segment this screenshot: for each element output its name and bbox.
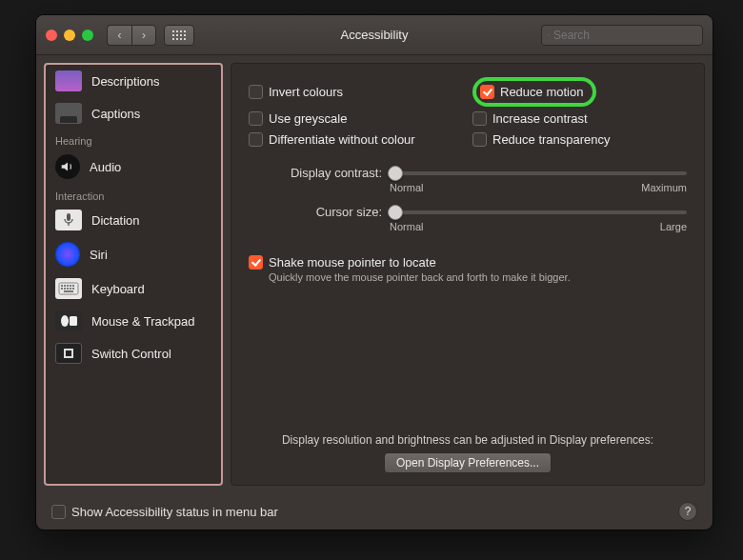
slider-max-label: Large bbox=[660, 221, 687, 232]
slider-thumb[interactable] bbox=[388, 205, 403, 220]
checkbox-icon bbox=[249, 132, 263, 147]
svg-rect-15 bbox=[64, 290, 73, 292]
svg-rect-14 bbox=[72, 288, 74, 290]
slider-max-label: Maximum bbox=[641, 182, 687, 193]
sidebar-item-label: Audio bbox=[90, 160, 121, 174]
search-icon bbox=[548, 30, 550, 41]
sidebar-item-captions[interactable]: Captions bbox=[46, 97, 221, 130]
display-contrast-label: Display contrast: bbox=[249, 166, 382, 180]
window-controls bbox=[46, 30, 93, 41]
descriptions-icon bbox=[55, 70, 82, 91]
svg-line-1 bbox=[549, 35, 550, 36]
sidebar-item-switch-control[interactable]: Switch Control bbox=[46, 337, 221, 370]
checkbox-label: Show Accessibility status in menu bar bbox=[71, 505, 278, 519]
shake-to-locate-checkbox[interactable]: Shake mouse pointer to locate bbox=[249, 255, 687, 270]
category-header-hearing: Hearing bbox=[46, 130, 221, 149]
svg-rect-6 bbox=[64, 285, 66, 287]
slider-thumb[interactable] bbox=[388, 166, 403, 181]
svg-rect-11 bbox=[64, 288, 66, 290]
dictation-icon bbox=[55, 210, 82, 230]
svg-rect-12 bbox=[67, 288, 69, 290]
reduce-motion-checkbox[interactable]: Reduce motion bbox=[480, 85, 583, 99]
display-prefs-note: Display resolution and brightness can be… bbox=[249, 433, 687, 447]
category-sidebar[interactable]: Descriptions Captions Hearing Audio Inte… bbox=[44, 63, 223, 486]
sidebar-item-siri[interactable]: Siri bbox=[46, 236, 221, 272]
switch-control-icon bbox=[55, 343, 82, 364]
shake-to-locate-hint: Quickly move the mouse pointer back and … bbox=[249, 271, 687, 283]
sidebar-item-label: Mouse & Trackpad bbox=[91, 314, 194, 329]
nav-buttons: ‹ › bbox=[107, 25, 156, 46]
svg-point-16 bbox=[61, 315, 69, 327]
sidebar-item-descriptions[interactable]: Descriptions bbox=[46, 65, 221, 97]
svg-rect-5 bbox=[61, 285, 63, 287]
help-button[interactable]: ? bbox=[678, 502, 697, 521]
sidebar-item-keyboard[interactable]: Keyboard bbox=[46, 272, 221, 305]
open-display-preferences-button[interactable]: Open Display Preferences... bbox=[384, 452, 552, 473]
svg-rect-17 bbox=[70, 316, 77, 326]
siri-icon bbox=[55, 242, 80, 267]
checkbox-icon bbox=[249, 255, 263, 270]
checkbox-icon bbox=[472, 132, 487, 147]
checkbox-label: Invert colours bbox=[269, 85, 343, 99]
checkbox-label: Shake mouse pointer to locate bbox=[269, 255, 436, 270]
back-button[interactable]: ‹ bbox=[107, 25, 131, 46]
checkbox-label: Reduce transparency bbox=[492, 132, 611, 147]
sidebar-item-label: Captions bbox=[91, 107, 140, 121]
sidebar-item-label: Keyboard bbox=[91, 282, 145, 296]
accessibility-preferences-window: ‹ › Accessibility Descriptions Captions bbox=[36, 15, 713, 530]
checkbox-label: Reduce motion bbox=[500, 85, 583, 99]
footer: Show Accessibility status in menu bar ? bbox=[36, 493, 713, 530]
cursor-size-label: Cursor size: bbox=[249, 205, 382, 219]
svg-rect-10 bbox=[61, 288, 63, 290]
reduce-motion-highlight: Reduce motion bbox=[472, 77, 596, 107]
checkbox-icon bbox=[249, 111, 263, 126]
cursor-size-slider[interactable] bbox=[390, 210, 687, 214]
mouse-trackpad-icon bbox=[55, 310, 82, 331]
sidebar-item-label: Dictation bbox=[91, 213, 140, 228]
minimize-icon[interactable] bbox=[64, 30, 75, 41]
main-panel: Invert colours Reduce motion Use greysca… bbox=[231, 63, 705, 486]
slider-min-label: Normal bbox=[390, 221, 423, 232]
show-status-in-menubar-checkbox[interactable]: Show Accessibility status in menu bar bbox=[51, 505, 278, 519]
grid-icon bbox=[172, 30, 186, 40]
forward-button[interactable]: › bbox=[131, 25, 156, 46]
slider-min-label: Normal bbox=[390, 182, 423, 193]
svg-rect-9 bbox=[72, 285, 74, 287]
invert-colours-checkbox[interactable]: Invert colours bbox=[249, 79, 463, 105]
sidebar-item-mouse-trackpad[interactable]: Mouse & Trackpad bbox=[46, 305, 221, 337]
differentiate-without-colour-checkbox[interactable]: Differentiate without colour bbox=[249, 132, 463, 147]
sidebar-item-label: Switch Control bbox=[91, 347, 171, 361]
svg-rect-13 bbox=[70, 288, 71, 290]
titlebar: ‹ › Accessibility bbox=[36, 15, 713, 55]
checkbox-label: Increase contrast bbox=[492, 111, 588, 126]
checkbox-label: Differentiate without colour bbox=[269, 132, 415, 147]
increase-contrast-checkbox[interactable]: Increase contrast bbox=[472, 111, 687, 126]
svg-rect-2 bbox=[67, 213, 70, 221]
checkbox-icon bbox=[472, 111, 487, 126]
sidebar-item-dictation[interactable]: Dictation bbox=[46, 204, 221, 236]
reduce-transparency-checkbox[interactable]: Reduce transparency bbox=[472, 132, 687, 147]
show-all-button[interactable] bbox=[164, 25, 194, 46]
sidebar-item-label: Descriptions bbox=[91, 74, 160, 89]
use-greyscale-checkbox[interactable]: Use greyscale bbox=[249, 111, 463, 126]
zoom-icon[interactable] bbox=[82, 30, 93, 41]
search-field[interactable] bbox=[541, 25, 703, 46]
checkbox-icon bbox=[51, 505, 66, 519]
keyboard-icon bbox=[55, 278, 82, 299]
close-icon[interactable] bbox=[46, 30, 57, 41]
audio-icon bbox=[55, 154, 80, 179]
category-header-interaction: Interaction bbox=[46, 185, 221, 204]
checkbox-icon bbox=[480, 85, 494, 99]
svg-rect-7 bbox=[67, 285, 69, 287]
svg-rect-8 bbox=[70, 285, 71, 287]
captions-icon bbox=[55, 103, 82, 124]
checkbox-label: Use greyscale bbox=[269, 111, 347, 126]
sidebar-item-audio[interactable]: Audio bbox=[46, 149, 221, 185]
display-contrast-slider[interactable] bbox=[390, 171, 687, 175]
checkbox-icon bbox=[249, 85, 263, 99]
svg-point-0 bbox=[548, 34, 549, 35]
sidebar-item-label: Siri bbox=[90, 248, 108, 262]
search-input[interactable] bbox=[553, 29, 696, 42]
